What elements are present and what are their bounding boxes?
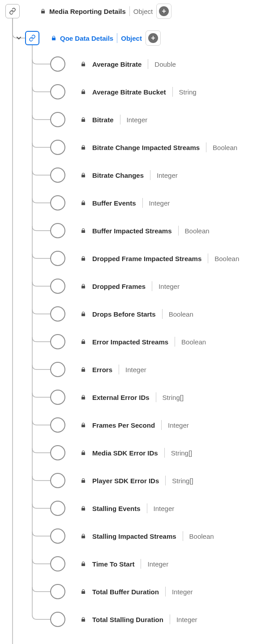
field-label: Bitrate Change Impacted Streams: [92, 144, 200, 151]
field-row[interactable]: Drops Before StartsBoolean: [50, 306, 265, 322]
field-type: Integer: [154, 505, 175, 512]
field-row[interactable]: External Error IDsString[]: [50, 390, 265, 405]
field-row[interactable]: Buffer Impacted StreamsBoolean: [50, 223, 265, 238]
lock-icon: [51, 35, 56, 41]
lock-icon: [81, 366, 86, 373]
lock-icon: [81, 61, 86, 67]
field-node[interactable]: [50, 56, 65, 72]
divider: [161, 420, 162, 430]
divider: [141, 559, 141, 569]
divider: [129, 6, 130, 16]
field-type: Integer: [176, 616, 197, 623]
field-node[interactable]: [50, 390, 65, 405]
plus-icon: +: [148, 33, 158, 43]
divider: [170, 614, 170, 624]
field-node[interactable]: [50, 279, 65, 294]
field-type: String[]: [171, 449, 193, 457]
field-label: Buffer Events: [92, 199, 136, 207]
field-node[interactable]: [50, 417, 65, 433]
field-label: Stalling Events: [92, 505, 141, 512]
field-label: Total Buffer Duration: [92, 588, 159, 596]
field-node[interactable]: [50, 528, 65, 544]
field-node[interactable]: [50, 195, 65, 210]
field-row[interactable]: Frames Per SecondInteger: [50, 417, 265, 433]
divider: [142, 198, 143, 208]
divider: [165, 587, 166, 597]
field-node[interactable]: [50, 362, 65, 377]
add-field-button[interactable]: +: [156, 4, 171, 19]
divider: [119, 365, 119, 374]
lock-icon: [81, 172, 86, 178]
field-row[interactable]: Bitrate Change Impacted StreamsBoolean: [50, 140, 265, 155]
field-node[interactable]: [50, 167, 65, 183]
divider: [178, 226, 179, 236]
field-label: Bitrate Changes: [92, 172, 144, 179]
field-node[interactable]: [50, 140, 65, 155]
field-type: Integer: [159, 283, 180, 290]
field-node[interactable]: [50, 251, 65, 266]
field-type: String: [179, 88, 197, 96]
field-row[interactable]: Buffer EventsInteger: [50, 195, 265, 210]
plus-icon: +: [159, 6, 169, 16]
field-type: String[]: [163, 394, 184, 401]
field-row[interactable]: Stalling EventsInteger: [50, 501, 265, 516]
field-node[interactable]: [50, 445, 65, 460]
divider: [152, 281, 152, 291]
schema-child-node[interactable]: [25, 31, 39, 45]
lock-icon: [81, 422, 86, 428]
child-label[interactable]: Qoe Data Details: [60, 34, 113, 42]
field-node[interactable]: [50, 112, 65, 127]
field-label: Media SDK Error IDs: [92, 449, 158, 457]
field-label: Bitrate: [92, 116, 114, 124]
field-row[interactable]: Average Bitrate BucketString: [50, 84, 265, 99]
field-node[interactable]: [50, 556, 65, 571]
field-row[interactable]: Total Buffer DurationInteger: [50, 584, 265, 599]
field-label: Stalling Impacted Streams: [92, 532, 176, 540]
field-type: Boolean: [189, 532, 214, 540]
field-row[interactable]: ErrorsInteger: [50, 362, 265, 377]
field-row[interactable]: Stalling Impacted StreamsBoolean: [50, 528, 265, 544]
field-row[interactable]: Average BitrateDouble: [50, 56, 265, 72]
field-node[interactable]: [50, 584, 65, 599]
root-type: Object: [133, 8, 153, 15]
field-type: Double: [154, 60, 176, 68]
divider: [156, 392, 156, 402]
field-row[interactable]: Player SDK Error IDsString[]: [50, 473, 265, 488]
field-node[interactable]: [50, 334, 65, 349]
field-type: Integer: [149, 199, 170, 207]
schema-root-node[interactable]: [5, 4, 20, 18]
field-row[interactable]: Dropped Frame Impacted StreamsBoolean: [50, 251, 265, 266]
child-type: Object: [121, 34, 142, 42]
field-row[interactable]: Time To StartInteger: [50, 556, 265, 571]
field-row[interactable]: Error Impacted StreamsBoolean: [50, 334, 265, 349]
field-row[interactable]: Total Stalling DurationInteger: [50, 612, 265, 627]
field-label: Average Bitrate Bucket: [92, 88, 166, 96]
divider: [148, 59, 148, 69]
lock-icon: [81, 311, 86, 317]
field-type: Integer: [147, 560, 168, 568]
add-field-button[interactable]: +: [146, 30, 161, 46]
lock-icon: [81, 505, 86, 511]
field-node[interactable]: [50, 501, 65, 516]
lock-icon: [81, 394, 86, 400]
lock-icon: [81, 283, 86, 289]
field-node[interactable]: [50, 612, 65, 627]
field-node[interactable]: [50, 473, 65, 488]
lock-icon: [40, 8, 46, 14]
field-node[interactable]: [50, 84, 65, 99]
divider: [172, 87, 173, 97]
field-node[interactable]: [50, 306, 65, 322]
field-row[interactable]: BitrateInteger: [50, 112, 265, 127]
lock-icon: [81, 200, 86, 206]
expand-toggle[interactable]: [16, 35, 21, 41]
field-node[interactable]: [50, 223, 65, 238]
lock-icon: [81, 561, 86, 567]
field-row[interactable]: Dropped FramesInteger: [50, 279, 265, 294]
field-type: Boolean: [169, 310, 193, 318]
field-row[interactable]: Bitrate ChangesInteger: [50, 167, 265, 183]
lock-icon: [81, 450, 86, 456]
lock-icon: [81, 89, 86, 95]
field-type: Integer: [125, 366, 146, 374]
field-row[interactable]: Media SDK Error IDsString[]: [50, 445, 265, 460]
root-label[interactable]: Media Reporting Details: [49, 8, 126, 15]
